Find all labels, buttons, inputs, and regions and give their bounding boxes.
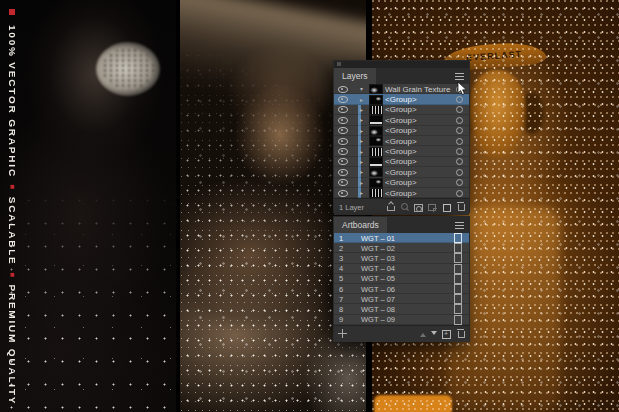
new-artboard-icon[interactable] [442,329,451,339]
expand-arrow-icon[interactable]: ▸ [360,169,367,175]
group-row[interactable]: ▸<Group> [334,94,469,104]
artboard-row[interactable]: 4WGT – 04 [334,264,469,274]
grunge-spot [96,42,160,96]
target-circle-icon[interactable] [456,96,463,103]
target-circle-icon[interactable] [456,179,463,186]
visibility-eye-icon[interactable] [338,106,348,113]
layer-count-label: 1 Layer [339,203,364,212]
group-row[interactable]: ▸<Group> [334,167,469,177]
create-new-layer-icon[interactable] [442,202,451,212]
expand-arrow-icon[interactable]: ▸ [360,128,367,134]
collect-for-export-icon[interactable] [386,202,395,212]
tab-layers[interactable]: Layers [334,68,376,84]
layer-row[interactable]: ▾Wall Grain Texture [334,84,469,94]
artboard-row[interactable]: 2WGT – 02 [334,243,469,253]
artboard-number: 6 [339,285,361,294]
target-circle-icon[interactable] [456,148,463,155]
artboard-row[interactable]: 8WGT – 08 [334,304,469,314]
layer-thumbnail [370,179,382,187]
artboard-row[interactable]: 6WGT – 06 [334,284,469,294]
mockup-stage: EVERLAST 100% VECTOR GRAPHIC■SCALABLE■PR… [0,0,619,412]
target-circle-icon[interactable] [456,127,463,134]
layer-thumbnail [370,158,382,166]
artboard-page-icon[interactable] [454,294,462,304]
target-circle-icon[interactable] [456,190,463,197]
artboard-row[interactable]: 3WGT – 03 [334,253,469,263]
group-row[interactable]: ▸<Group> [334,115,469,125]
move-up-icon[interactable] [420,330,426,337]
expand-arrow-icon[interactable]: ▸ [360,149,367,155]
group-row[interactable]: ▸<Group> [334,105,469,115]
group-row[interactable]: ▸<Group> [334,126,469,136]
artboard-row[interactable]: 7WGT – 07 [334,294,469,304]
layer-name: <Group> [385,95,453,104]
expand-arrow-icon[interactable]: ▸ [360,190,367,196]
target-circle-icon[interactable] [456,169,463,176]
visibility-eye-icon[interactable] [338,179,348,186]
layer-name: <Group> [385,157,453,166]
delete-artboard-icon[interactable] [456,329,465,339]
artboard-number: 5 [339,274,361,283]
visibility-eye-icon[interactable] [338,96,348,103]
target-circle-icon[interactable] [456,117,463,124]
collapse-arrow-icon[interactable]: ▾ [360,86,367,92]
expand-arrow-icon[interactable]: ▸ [360,117,367,123]
artboard-row[interactable]: 5WGT – 05 [334,274,469,284]
target-circle-icon[interactable] [456,138,463,145]
visibility-eye-icon[interactable] [338,127,348,134]
panel-collapse-icon[interactable] [337,62,341,66]
panel-menu-icon[interactable] [455,76,464,77]
artboard-row[interactable]: 1WGT – 01 [334,233,469,243]
layer-thumbnail [370,148,382,156]
panel-drag-bar[interactable] [334,61,469,68]
artboard-page-icon[interactable] [454,274,462,284]
move-down-icon[interactable] [431,331,437,338]
locate-object-icon[interactable] [400,202,409,212]
visibility-eye-icon[interactable] [338,148,348,155]
visibility-eye-icon[interactable] [338,190,348,197]
visibility-eye-icon[interactable] [338,117,348,124]
expand-arrow-icon[interactable]: ▸ [360,180,367,186]
delete-selection-icon[interactable] [456,202,465,212]
artboard-page-icon[interactable] [454,264,462,274]
target-circle-icon[interactable] [456,158,463,165]
artboard-page-icon[interactable] [454,243,462,253]
group-row[interactable]: ▸<Group> [334,188,469,198]
visibility-eye-icon[interactable] [338,138,348,145]
group-row[interactable]: ▸<Group> [334,146,469,156]
group-row[interactable]: ▸<Group> [334,157,469,167]
artboard-row[interactable]: 9WGT – 09 [334,315,469,325]
artboard-name: WGT – 05 [361,274,454,283]
make-clipping-mask-icon[interactable] [414,202,423,212]
artboard-page-icon[interactable] [454,284,462,294]
rearrange-artboards-icon[interactable] [338,329,347,339]
group-row[interactable]: ▸<Group> [334,178,469,188]
artboard-page-icon[interactable] [454,233,462,243]
create-new-sublayer-icon[interactable] [428,202,437,212]
tab-artboards[interactable]: Artboards [334,217,387,233]
artboard-page-icon[interactable] [454,253,462,263]
mouse-cursor [457,82,469,96]
expand-arrow-icon[interactable]: ▸ [360,159,367,165]
visibility-eye-icon[interactable] [338,169,348,176]
target-circle-icon[interactable] [456,106,463,113]
panel-menu-icon[interactable] [455,225,464,226]
layer-thumbnail [370,96,382,104]
artboard-page-icon[interactable] [454,304,462,314]
artboard-number: 8 [339,305,361,314]
expand-arrow-icon[interactable]: ▸ [360,107,367,113]
layers-tab-label: Layers [342,71,368,81]
visibility-eye-icon[interactable] [338,86,348,93]
layers-footer-icons [386,202,465,212]
expand-arrow-icon[interactable]: ▸ [360,138,367,144]
watermark-square: ■ [8,270,17,281]
layer-name: <Group> [385,178,453,187]
artboards-footer-left-icons [338,329,347,339]
artboard-page-icon[interactable] [454,315,462,325]
layer-name: <Group> [385,189,453,198]
artboards-tab-label: Artboards [342,220,379,230]
expand-arrow-icon[interactable]: ▸ [360,97,367,103]
artboard-name: WGT – 09 [361,315,454,324]
visibility-eye-icon[interactable] [338,158,348,165]
group-row[interactable]: ▸<Group> [334,136,469,146]
